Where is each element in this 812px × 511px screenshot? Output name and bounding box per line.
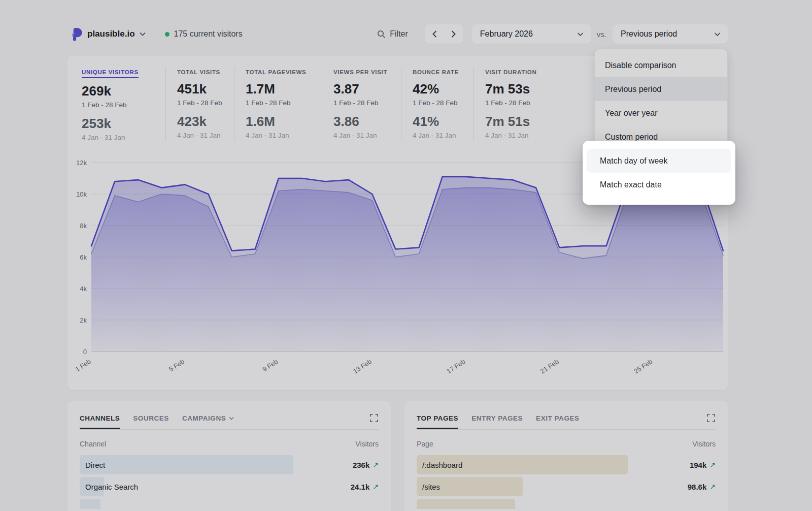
dim-overlay <box>0 0 812 511</box>
menu-item-match-day-of-week[interactable]: Match day of week <box>587 149 731 173</box>
match-popup: Match day of week Match exact date <box>583 141 735 205</box>
menu-item-match-exact-date[interactable]: Match exact date <box>587 173 731 197</box>
